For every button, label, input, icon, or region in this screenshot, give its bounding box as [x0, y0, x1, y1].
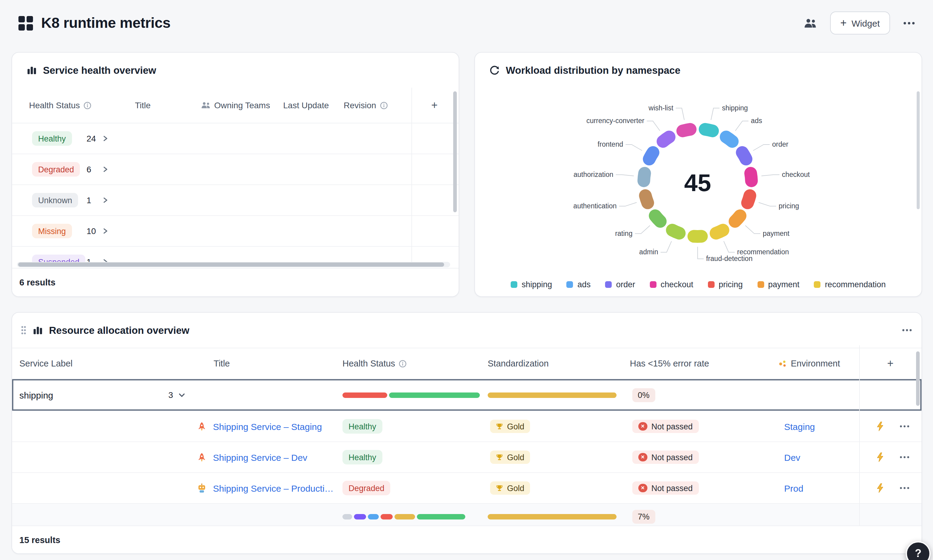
people-icon: [201, 102, 211, 109]
legend-item-shipping[interactable]: shipping: [511, 280, 552, 289]
group-row-shipping[interactable]: shipping 3 0%: [12, 379, 922, 411]
donut-label-authorization: authorization: [574, 171, 614, 178]
vertical-scrollbar[interactable]: [453, 91, 457, 212]
scrollbar-thumb[interactable]: [18, 263, 444, 267]
widget-title: Resource allocation overview: [49, 325, 189, 336]
info-icon[interactable]: [380, 101, 388, 109]
donut-segment-payment[interactable]: [735, 215, 740, 222]
add-column-button[interactable]: +: [410, 99, 459, 112]
table-row[interactable]: Shipping Service – Dev Healthy Gold × No…: [12, 442, 922, 473]
widget-title: Workload distribution by namespace: [506, 65, 681, 76]
add-widget-button[interactable]: + Widget: [830, 11, 890, 34]
info-icon[interactable]: [399, 360, 406, 368]
donut-segment-authorization[interactable]: [644, 173, 645, 181]
donut-leader-line: [711, 108, 719, 120]
legend-item-recommendation[interactable]: recommendation: [814, 280, 886, 289]
donut-segment-checkout[interactable]: [751, 173, 751, 181]
donut-segment-recommendation[interactable]: [716, 230, 723, 233]
donut-segment-authentication[interactable]: [645, 195, 648, 203]
info-icon[interactable]: [83, 101, 91, 109]
share-users-button[interactable]: [804, 18, 817, 28]
column-header-error-rate[interactable]: Has <15% error rate: [630, 358, 709, 368]
column-header-health-status[interactable]: Health Status: [342, 358, 395, 368]
donut-segment-admin[interactable]: [672, 230, 679, 233]
page-menu-button[interactable]: [903, 22, 915, 25]
service-title-link[interactable]: Shipping Service – Dev: [213, 452, 307, 462]
donut-segment-currency-converter[interactable]: [663, 137, 669, 142]
column-header-environment[interactable]: Environment: [791, 358, 840, 368]
bar-segment: [417, 514, 465, 520]
chevron-right-icon[interactable]: [102, 166, 109, 173]
lightning-icon[interactable]: [876, 483, 884, 493]
vertical-scrollbar[interactable]: [917, 91, 920, 209]
status-badge: Degraded: [32, 162, 80, 177]
bar-segment: [380, 514, 393, 520]
donut-segment-rating[interactable]: [655, 215, 660, 222]
environment-link[interactable]: Staging: [778, 421, 815, 431]
status-count: 6: [86, 165, 91, 174]
legend-item-ads[interactable]: ads: [567, 280, 591, 289]
table-row[interactable]: Degraded 6: [12, 154, 459, 185]
standardization-label: Gold: [507, 483, 524, 492]
resource-table-body: shipping 3 0% Shipping Service – Staging…: [12, 379, 922, 529]
drag-handle-icon[interactable]: [21, 325, 27, 335]
kebab-menu-icon[interactable]: [902, 329, 912, 331]
donut-segment-wish-list[interactable]: [683, 129, 690, 131]
partial-health-bar: [342, 514, 465, 520]
column-header-revision[interactable]: Revision: [344, 100, 376, 110]
donut-segment-ads[interactable]: [726, 137, 732, 142]
chevron-right-icon[interactable]: [102, 135, 109, 142]
add-column-button[interactable]: +: [859, 357, 922, 370]
donut-segment-frontend[interactable]: [649, 152, 653, 159]
app-logo-icon: [18, 15, 33, 31]
health-status-badge: Degraded: [342, 481, 391, 495]
donut-leader-line: [635, 226, 650, 234]
donut-label-fraud-detection: fraud-detection: [706, 255, 752, 263]
column-header-title[interactable]: Title: [135, 100, 151, 110]
kebab-menu-icon[interactable]: [900, 456, 909, 458]
donut-leader-line: [619, 203, 636, 206]
chevron-right-icon[interactable]: [102, 197, 109, 204]
donut-leader-line: [736, 121, 749, 131]
legend-label: pricing: [719, 280, 743, 289]
column-header-standardization[interactable]: Standardization: [488, 358, 549, 368]
legend-swatch: [511, 281, 517, 288]
column-header-health-status[interactable]: Health Status: [29, 100, 80, 110]
legend-label: shipping: [522, 280, 552, 289]
service-title-link[interactable]: Shipping Service – Staging: [213, 421, 322, 431]
lightning-icon[interactable]: [876, 452, 884, 462]
error-rate-label: Not passed: [651, 453, 693, 462]
vertical-scrollbar[interactable]: [916, 351, 920, 406]
lightning-icon[interactable]: [876, 422, 884, 431]
legend-item-pricing[interactable]: pricing: [708, 280, 743, 289]
horizontal-scrollbar[interactable]: [17, 262, 450, 267]
x-circle-icon: ×: [638, 484, 647, 492]
legend-swatch: [567, 281, 573, 288]
environment-link[interactable]: Dev: [778, 452, 800, 462]
kebab-menu-icon[interactable]: [900, 425, 909, 428]
column-header-owning-teams[interactable]: Owning Teams: [214, 100, 270, 110]
legend-label: order: [616, 280, 635, 289]
environment-link[interactable]: Prod: [778, 483, 803, 493]
table-row[interactable]: Missing 10: [12, 216, 459, 247]
table-row[interactable]: Shipping Service – Producti… Degraded Go…: [12, 473, 922, 504]
donut-segment-order[interactable]: [742, 152, 746, 159]
trophy-icon: [496, 453, 503, 461]
kebab-menu-icon[interactable]: [900, 487, 909, 489]
standardization-label: Gold: [507, 422, 524, 431]
column-header-last-update[interactable]: Last Update: [283, 100, 329, 110]
chevron-down-icon[interactable]: [178, 391, 186, 399]
legend-item-checkout[interactable]: checkout: [650, 280, 693, 289]
column-header-service-label[interactable]: Service Label: [19, 358, 72, 368]
service-title-link[interactable]: Shipping Service – Producti…: [213, 483, 334, 493]
legend-label: recommendation: [825, 280, 886, 289]
legend-item-order[interactable]: order: [605, 280, 635, 289]
table-row[interactable]: Shipping Service – Staging Healthy Gold …: [12, 411, 922, 442]
table-row[interactable]: Healthy 24: [12, 123, 459, 154]
column-header-title[interactable]: Title: [214, 358, 230, 368]
donut-segment-shipping[interactable]: [705, 129, 713, 131]
table-row[interactable]: Unknown 1: [12, 185, 459, 216]
legend-item-payment[interactable]: payment: [757, 280, 800, 289]
donut-segment-pricing[interactable]: [748, 195, 750, 203]
chevron-right-icon[interactable]: [102, 228, 109, 235]
